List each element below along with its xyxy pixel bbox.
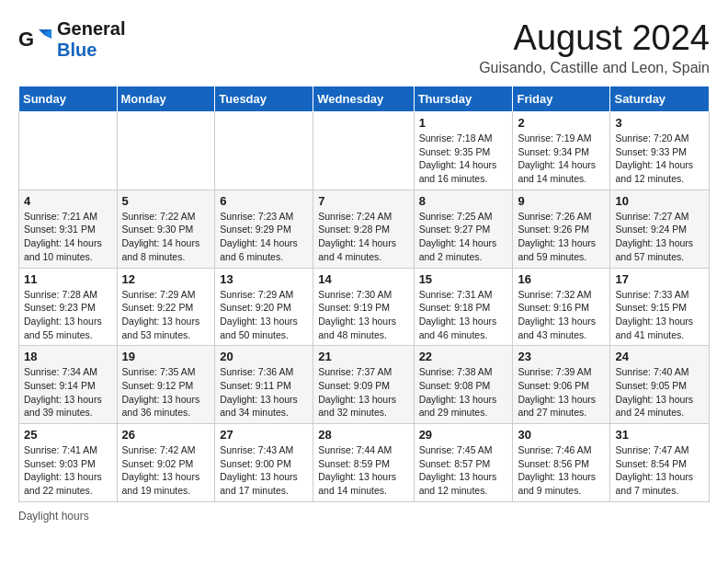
footer-note: Daylight hours xyxy=(18,510,710,523)
day-cell: 21Sunrise: 7:37 AMSunset: 9:09 PMDayligh… xyxy=(313,346,414,424)
day-info: Sunrise: 7:42 AMSunset: 9:02 PMDaylight:… xyxy=(122,443,210,498)
day-number: 14 xyxy=(318,272,408,286)
day-number: 2 xyxy=(518,116,605,130)
week-row-4: 18Sunrise: 7:34 AMSunset: 9:14 PMDayligh… xyxy=(19,346,710,424)
day-cell: 29Sunrise: 7:45 AMSunset: 8:57 PMDayligh… xyxy=(414,424,513,502)
day-number: 26 xyxy=(122,428,210,442)
day-number: 24 xyxy=(615,350,704,363)
day-cell: 1Sunrise: 7:18 AMSunset: 9:35 PMDaylight… xyxy=(414,112,513,190)
day-cell: 5Sunrise: 7:22 AMSunset: 9:30 PMDaylight… xyxy=(117,190,215,268)
day-info: Sunrise: 7:22 AMSunset: 9:30 PMDaylight:… xyxy=(122,210,210,264)
daylight-label: Daylight hours xyxy=(18,510,89,523)
svg-text:G: G xyxy=(18,28,34,51)
day-cell: 28Sunrise: 7:44 AMSunset: 8:59 PMDayligh… xyxy=(313,424,414,502)
day-number: 30 xyxy=(518,428,605,442)
day-number: 8 xyxy=(419,194,508,208)
day-cell: 4Sunrise: 7:21 AMSunset: 9:31 PMDaylight… xyxy=(19,190,118,268)
day-cell xyxy=(19,112,118,190)
day-info: Sunrise: 7:29 AMSunset: 9:20 PMDaylight:… xyxy=(220,288,308,342)
day-number: 29 xyxy=(419,428,508,442)
day-cell: 19Sunrise: 7:35 AMSunset: 9:12 PMDayligh… xyxy=(117,346,215,424)
day-cell: 14Sunrise: 7:30 AMSunset: 9:19 PMDayligh… xyxy=(313,268,414,346)
week-row-2: 4Sunrise: 7:21 AMSunset: 9:31 PMDaylight… xyxy=(19,190,710,268)
week-row-3: 11Sunrise: 7:28 AMSunset: 9:23 PMDayligh… xyxy=(19,268,710,346)
day-cell: 23Sunrise: 7:39 AMSunset: 9:06 PMDayligh… xyxy=(513,346,610,424)
logo-blue: Blue xyxy=(57,40,97,60)
weekday-header-saturday: Saturday xyxy=(610,86,710,112)
day-info: Sunrise: 7:25 AMSunset: 9:27 PMDaylight:… xyxy=(419,210,508,264)
day-info: Sunrise: 7:47 AMSunset: 8:54 PMDaylight:… xyxy=(615,443,704,498)
day-cell: 30Sunrise: 7:46 AMSunset: 8:56 PMDayligh… xyxy=(513,424,610,502)
day-number: 21 xyxy=(318,350,408,363)
logo: G General Blue xyxy=(18,18,125,61)
day-cell: 12Sunrise: 7:29 AMSunset: 9:22 PMDayligh… xyxy=(117,268,215,346)
day-info: Sunrise: 7:20 AMSunset: 9:33 PMDaylight:… xyxy=(615,132,704,186)
day-info: Sunrise: 7:26 AMSunset: 9:26 PMDaylight:… xyxy=(518,210,605,264)
day-info: Sunrise: 7:40 AMSunset: 9:05 PMDaylight:… xyxy=(615,365,704,419)
day-info: Sunrise: 7:28 AMSunset: 9:23 PMDaylight:… xyxy=(24,288,112,342)
day-info: Sunrise: 7:34 AMSunset: 9:14 PMDaylight:… xyxy=(24,365,112,419)
day-info: Sunrise: 7:24 AMSunset: 9:28 PMDaylight:… xyxy=(318,210,408,264)
day-info: Sunrise: 7:37 AMSunset: 9:09 PMDaylight:… xyxy=(318,365,408,419)
day-cell: 31Sunrise: 7:47 AMSunset: 8:54 PMDayligh… xyxy=(610,424,710,502)
weekday-header-sunday: Sunday xyxy=(19,86,118,112)
day-cell: 25Sunrise: 7:41 AMSunset: 9:03 PMDayligh… xyxy=(19,424,118,502)
day-info: Sunrise: 7:43 AMSunset: 9:00 PMDaylight:… xyxy=(220,443,308,498)
day-number: 11 xyxy=(24,272,112,286)
day-number: 3 xyxy=(615,116,704,130)
day-cell: 2Sunrise: 7:19 AMSunset: 9:34 PMDaylight… xyxy=(513,112,610,190)
day-cell: 7Sunrise: 7:24 AMSunset: 9:28 PMDaylight… xyxy=(313,190,414,268)
day-number: 4 xyxy=(24,194,112,208)
day-info: Sunrise: 7:31 AMSunset: 9:18 PMDaylight:… xyxy=(419,288,508,342)
day-cell: 8Sunrise: 7:25 AMSunset: 9:27 PMDaylight… xyxy=(414,190,513,268)
weekday-header-row: SundayMondayTuesdayWednesdayThursdayFrid… xyxy=(19,86,710,112)
day-cell: 3Sunrise: 7:20 AMSunset: 9:33 PMDaylight… xyxy=(610,112,710,190)
day-info: Sunrise: 7:36 AMSunset: 9:11 PMDaylight:… xyxy=(220,365,308,419)
day-info: Sunrise: 7:45 AMSunset: 8:57 PMDaylight:… xyxy=(419,443,508,498)
weekday-header-monday: Monday xyxy=(117,86,215,112)
day-info: Sunrise: 7:46 AMSunset: 8:56 PMDaylight:… xyxy=(518,443,605,498)
logo-general: General xyxy=(57,18,125,39)
day-number: 27 xyxy=(220,428,308,442)
day-cell: 17Sunrise: 7:33 AMSunset: 9:15 PMDayligh… xyxy=(610,268,710,346)
day-cell: 11Sunrise: 7:28 AMSunset: 9:23 PMDayligh… xyxy=(19,268,118,346)
day-cell xyxy=(117,112,215,190)
day-cell: 20Sunrise: 7:36 AMSunset: 9:11 PMDayligh… xyxy=(215,346,313,424)
day-info: Sunrise: 7:33 AMSunset: 9:15 PMDaylight:… xyxy=(615,288,704,342)
day-number: 9 xyxy=(518,194,605,208)
day-info: Sunrise: 7:41 AMSunset: 9:03 PMDaylight:… xyxy=(24,443,112,498)
day-number: 23 xyxy=(518,350,605,363)
day-info: Sunrise: 7:32 AMSunset: 9:16 PMDaylight:… xyxy=(518,288,605,342)
calendar-table: SundayMondayTuesdayWednesdayThursdayFrid… xyxy=(18,86,710,502)
day-number: 10 xyxy=(615,194,704,208)
day-cell: 24Sunrise: 7:40 AMSunset: 9:05 PMDayligh… xyxy=(610,346,710,424)
day-number: 28 xyxy=(318,428,408,442)
day-cell xyxy=(313,112,414,190)
day-number: 16 xyxy=(518,272,605,286)
title-area: August 2024 Guisando, Castille and Leon,… xyxy=(479,18,710,76)
day-info: Sunrise: 7:30 AMSunset: 9:19 PMDaylight:… xyxy=(318,288,408,342)
weekday-header-tuesday: Tuesday xyxy=(215,86,313,112)
day-number: 31 xyxy=(615,428,704,442)
day-number: 1 xyxy=(419,116,508,130)
weekday-header-thursday: Thursday xyxy=(414,86,513,112)
day-number: 6 xyxy=(220,194,308,208)
day-cell: 15Sunrise: 7:31 AMSunset: 9:18 PMDayligh… xyxy=(414,268,513,346)
day-number: 17 xyxy=(615,272,704,286)
day-cell: 27Sunrise: 7:43 AMSunset: 9:00 PMDayligh… xyxy=(215,424,313,502)
week-row-1: 1Sunrise: 7:18 AMSunset: 9:35 PMDaylight… xyxy=(19,112,710,190)
day-number: 5 xyxy=(122,194,210,208)
day-cell: 6Sunrise: 7:23 AMSunset: 9:29 PMDaylight… xyxy=(215,190,313,268)
day-info: Sunrise: 7:21 AMSunset: 9:31 PMDaylight:… xyxy=(24,210,112,264)
day-cell: 18Sunrise: 7:34 AMSunset: 9:14 PMDayligh… xyxy=(19,346,118,424)
day-number: 7 xyxy=(318,194,408,208)
day-info: Sunrise: 7:23 AMSunset: 9:29 PMDaylight:… xyxy=(220,210,308,264)
day-cell: 9Sunrise: 7:26 AMSunset: 9:26 PMDaylight… xyxy=(513,190,610,268)
day-info: Sunrise: 7:27 AMSunset: 9:24 PMDaylight:… xyxy=(615,210,704,264)
day-cell: 10Sunrise: 7:27 AMSunset: 9:24 PMDayligh… xyxy=(610,190,710,268)
day-info: Sunrise: 7:44 AMSunset: 8:59 PMDaylight:… xyxy=(318,443,408,498)
day-cell xyxy=(215,112,313,190)
day-cell: 22Sunrise: 7:38 AMSunset: 9:08 PMDayligh… xyxy=(414,346,513,424)
weekday-header-friday: Friday xyxy=(513,86,610,112)
day-number: 19 xyxy=(122,350,210,363)
